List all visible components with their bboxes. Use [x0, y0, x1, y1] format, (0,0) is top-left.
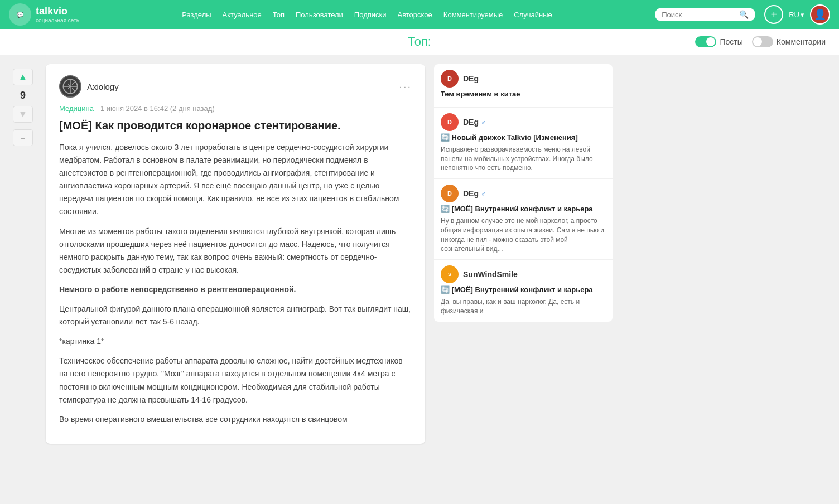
- upvote-button[interactable]: ▲: [13, 69, 33, 85]
- body-para-5: *картинка 1*: [59, 335, 412, 348]
- sidebar-post-preview-4: Да, вы правы, как и ваш нарколог. Да, ес…: [441, 297, 606, 316]
- sidebar-avatar-4[interactable]: S: [441, 265, 459, 283]
- body-para-6: Техническое обеспечение работы аппарата …: [59, 355, 412, 406]
- sidebar-author-row-3: D DEg ♂: [441, 185, 606, 202]
- body-para-4: Центральной фигурой данного плана операц…: [59, 303, 412, 328]
- body-para-3: Немного о работе непосредственно в рентг…: [59, 283, 412, 296]
- posts-toggle-switch[interactable]: [695, 36, 716, 47]
- sidebar-item-2: D DEg ♂ 🔄 Новый движок Talkvio [Изменени…: [434, 108, 613, 179]
- nav-polzovateli[interactable]: Пользователи: [291, 7, 348, 22]
- logo-icon: 💬: [9, 3, 31, 26]
- article-header: Axiology ···: [59, 75, 412, 98]
- vote-count: 9: [20, 88, 26, 104]
- vote-panel: ▲ 9 ▼ –: [9, 64, 37, 444]
- article-card: Axiology ··· Медицина 1 июня 2024 в 16:4…: [46, 64, 425, 444]
- more-options-button[interactable]: ···: [399, 80, 412, 93]
- sidebar: D DEg Тем временем в китае D DEg ♂ 🔄 Нов…: [434, 64, 613, 444]
- author-avatar[interactable]: [59, 75, 81, 98]
- posts-toggle[interactable]: Посты: [695, 36, 742, 47]
- bookmark-button[interactable]: –: [13, 129, 33, 146]
- toggle-group: Посты Комментарии: [695, 36, 826, 47]
- sidebar-post-title-2[interactable]: 🔄 Новый движок Talkvio [Изменения]: [441, 133, 606, 143]
- user-avatar[interactable]: 👤: [810, 4, 830, 25]
- language-selector[interactable]: RU ▾: [789, 11, 804, 19]
- posts-toggle-knob: [706, 37, 715, 46]
- logo-subtitle: социальная сеть: [36, 17, 79, 23]
- header-actions: + RU ▾ 👤: [764, 4, 830, 25]
- article-meta: Медицина 1 июня 2024 в 16:42 (2 дня наза…: [59, 104, 412, 113]
- sidebar-author-name-2[interactable]: DEg ♂: [463, 118, 486, 127]
- main-header: 💬 talkvio социальная сеть Разделы Актуал…: [0, 0, 839, 29]
- main-nav: Разделы Актуальное Топ Пользователи Подп…: [84, 7, 650, 22]
- article-title: [МОЁ] Как проводится коронарное стентиро…: [59, 118, 412, 133]
- sidebar-avatar-2[interactable]: D: [441, 113, 459, 131]
- sidebar-post-preview-3: Ну в данном случае это не мой нарколог, …: [441, 216, 606, 254]
- sidebar-avatar-3[interactable]: D: [441, 185, 459, 202]
- gender-icon-2: ♂: [481, 119, 486, 127]
- sidebar-post-title-3[interactable]: 🔄 [МОЁ] Внутренний конфликт и карьера: [441, 205, 606, 214]
- sidebar-author-row-4: S SunWindSmile: [441, 265, 606, 283]
- article-date: 1 июня 2024 в 16:42 (2 дня назад): [100, 104, 215, 113]
- search-input[interactable]: [662, 11, 736, 19]
- logo[interactable]: 💬 talkvio социальная сеть: [9, 3, 79, 26]
- main-layout: ▲ 9 ▼ – Axi: [0, 55, 839, 453]
- sidebar-item-1: D DEg Тем временем в китае: [434, 64, 613, 108]
- nav-top[interactable]: Топ: [268, 7, 289, 22]
- body-para-2: Многие из моментов работы такого отделен…: [59, 225, 412, 277]
- downvote-button[interactable]: ▼: [13, 106, 33, 123]
- nav-razdely[interactable]: Разделы: [177, 7, 215, 22]
- add-post-button[interactable]: +: [764, 5, 783, 24]
- sidebar-author-name-1[interactable]: DEg: [463, 74, 479, 83]
- comments-toggle-switch[interactable]: [752, 36, 773, 47]
- nav-aktualnoe[interactable]: Актуальное: [218, 7, 266, 22]
- search-icon[interactable]: 🔍: [739, 10, 749, 19]
- author-info: Axiology: [59, 75, 119, 98]
- body-para-1: Пока я учился, довелось около 3 лет прор…: [59, 141, 412, 219]
- comments-toggle-label: Комментарии: [777, 37, 826, 46]
- comments-toggle[interactable]: Комментарии: [752, 36, 826, 47]
- logo-text: talkvio: [36, 6, 67, 17]
- sidebar-item-4: S SunWindSmile 🔄 [МОЁ] Внутренний конфли…: [434, 260, 613, 322]
- nav-kommentiruemye[interactable]: Комментируемые: [439, 7, 507, 22]
- sidebar-item-3: D DEg ♂ 🔄 [МОЁ] Внутренний конфликт и ка…: [434, 179, 613, 260]
- sub-header: Топ: Посты Комментарии: [0, 29, 839, 55]
- nav-avtorskoe[interactable]: Авторское: [393, 7, 436, 22]
- sidebar-avatar-1[interactable]: D: [441, 70, 459, 88]
- comments-toggle-knob: [753, 37, 762, 46]
- sidebar-author-name-3[interactable]: DEg ♂: [463, 189, 486, 198]
- body-para-7: Во время оперативного вмешательства все …: [59, 413, 412, 426]
- gender-icon-3: ♂: [481, 190, 486, 198]
- article-body: Пока я учился, довелось около 3 лет прор…: [59, 141, 412, 426]
- sidebar-post-title-1[interactable]: Тем временем в китае: [441, 90, 606, 99]
- sidebar-author-row-2: D DEg ♂: [441, 113, 606, 131]
- posts-toggle-label: Посты: [720, 37, 742, 46]
- sidebar-author-row-1: D DEg: [441, 70, 606, 88]
- nav-podpiski[interactable]: Подписки: [350, 7, 391, 22]
- article-category[interactable]: Медицина: [59, 104, 94, 113]
- author-name[interactable]: Axiology: [87, 82, 119, 91]
- search-box: 🔍: [655, 8, 755, 21]
- sidebar-author-name-4[interactable]: SunWindSmile: [463, 270, 518, 279]
- sidebar-post-preview-2: Исправлено разворачиваемость меню на лев…: [441, 145, 606, 173]
- sidebar-post-title-4[interactable]: 🔄 [МОЁ] Внутренний конфликт и карьера: [441, 285, 606, 295]
- nav-sluchaynye[interactable]: Случайные: [509, 7, 557, 22]
